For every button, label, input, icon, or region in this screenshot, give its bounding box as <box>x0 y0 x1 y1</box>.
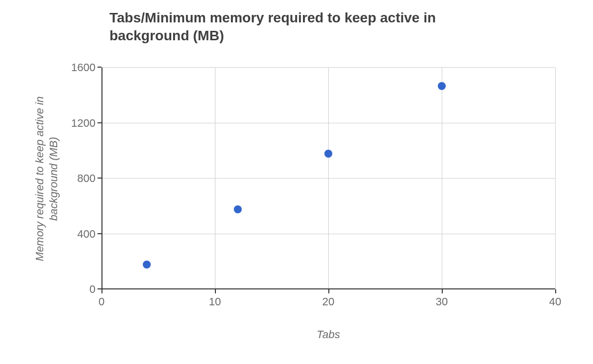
plot-area <box>101 68 555 289</box>
data-point <box>234 205 242 213</box>
x-tick-mark <box>215 289 216 293</box>
chart-title: Tabs/Minimum memory required to keep act… <box>109 9 468 45</box>
data-point <box>143 261 151 269</box>
x-axis-label: Tabs <box>101 328 555 341</box>
x-tick-label: 30 <box>427 295 457 308</box>
data-point <box>324 150 332 158</box>
y-axis-line <box>101 68 102 289</box>
gridline-v <box>328 68 329 289</box>
x-tick-mark <box>555 289 556 293</box>
x-tick-label: 20 <box>313 295 343 308</box>
chart-container: Tabs/Minimum memory required to keep act… <box>0 0 593 364</box>
x-tick-mark <box>328 289 329 293</box>
y-tick-mark <box>98 67 101 68</box>
x-tick-label: 10 <box>200 295 230 308</box>
x-tick-mark <box>442 289 443 293</box>
x-tick-label: 40 <box>540 295 570 308</box>
gridline-v <box>442 68 442 289</box>
x-tick-label: 0 <box>87 295 116 308</box>
x-tick-mark <box>101 289 102 293</box>
y-tick-mark <box>98 122 101 123</box>
data-point <box>438 82 446 90</box>
y-tick-mark <box>98 233 101 234</box>
y-tick-mark <box>98 178 101 179</box>
y-tick-mark <box>98 288 101 289</box>
gridline-v <box>215 68 215 289</box>
y-axis-label: Memory required to keep active in backgr… <box>33 68 60 289</box>
gridline-v <box>555 68 556 289</box>
